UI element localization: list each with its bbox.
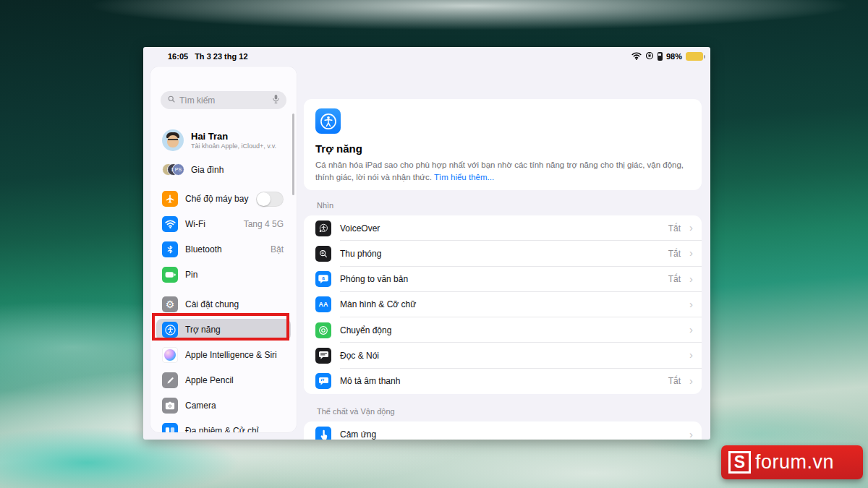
profile-name: Hai Tran (191, 131, 276, 142)
wifi-icon (162, 216, 178, 232)
sidebar-item-label: Camera (185, 401, 284, 411)
accessibility-app-icon (315, 108, 341, 134)
text-bubble-icon: a (315, 271, 331, 287)
chevron-right-icon: › (689, 429, 693, 440)
chevron-right-icon: › (689, 375, 693, 386)
learn-more-link[interactable]: Tìm hiểu thêm... (434, 173, 494, 181)
sidebar-item-label: Trợ năng (185, 325, 284, 335)
section-label-physical-motor: Thể chất và Vận động (317, 407, 395, 416)
row-label: VoiceOver (340, 223, 660, 234)
sidebar-item-label: Pin (185, 270, 284, 280)
physical-motor-settings-card: Cảm ứng › (304, 421, 702, 440)
airplane-icon (162, 191, 178, 207)
row-display-text-size[interactable]: AA Màn hình & Cỡ chữ › (304, 292, 702, 317)
row-label: Chuyển động (340, 325, 672, 335)
row-value: Tắt (668, 223, 681, 234)
sidebar-item-label: Apple Pencil (185, 375, 284, 385)
accessibility-pane: Trợ năng Cá nhân hóa iPad sao cho phù hợ… (304, 47, 702, 440)
wifi-network-value: Tang 4 5G (244, 219, 284, 229)
sforum-watermark: S forum.vn (721, 445, 863, 479)
multitask-icon (162, 423, 178, 432)
spoken-content-icon (315, 348, 331, 364)
row-label: Thu phóng (340, 249, 660, 259)
sidebar-item-battery[interactable]: Pin (156, 264, 291, 286)
touch-icon (315, 427, 331, 440)
sidebar-item-airplane-mode[interactable]: Chế độ máy bay (156, 188, 291, 210)
sidebar-item-family[interactable]: DPS Gia đình (156, 160, 291, 179)
sidebar-item-profile[interactable]: Hai Tran Tài khoản Apple, iCloud+, v.v. (156, 127, 291, 153)
siri-icon (162, 347, 178, 363)
settings-sidebar: Tìm kiếm Hai Tran Tài khoản Apple, iClou… (150, 67, 297, 432)
row-motion[interactable]: Chuyển động › (304, 317, 702, 343)
sidebar-item-general[interactable]: ⚙ Cài đặt chung (156, 294, 291, 315)
page-title: Trợ năng (315, 142, 690, 155)
accessibility-icon (162, 322, 178, 338)
sidebar-item-label: Gia đình (191, 165, 284, 175)
search-placeholder: Tìm kiếm (179, 95, 268, 106)
sidebar-scrollbar[interactable] (292, 114, 294, 195)
row-voiceover[interactable]: VoiceOver Tắt › (304, 215, 702, 241)
row-label: Đọc & Nói (340, 351, 672, 361)
chevron-right-icon: › (689, 324, 693, 335)
search-icon (167, 95, 176, 106)
row-touch[interactable]: Cảm ứng › (304, 421, 702, 440)
accessibility-header-card: Trợ năng Cá nhân hóa iPad sao cho phù hợ… (304, 99, 702, 190)
profile-subtitle: Tài khoản Apple, iCloud+, v.v. (191, 142, 276, 150)
row-zoom[interactable]: Thu phóng Tắt › (304, 241, 702, 266)
chevron-right-icon: › (689, 247, 693, 258)
search-input[interactable]: Tìm kiếm (161, 91, 286, 109)
row-label: Màn hình & Cỡ chữ (340, 299, 672, 309)
mic-icon[interactable] (272, 94, 280, 106)
chevron-right-icon: › (689, 222, 693, 233)
sidebar-item-wifi[interactable]: Wi-Fi Tang 4 5G (156, 213, 291, 235)
row-value: Tắt (668, 376, 681, 386)
row-label: Mô tả âm thanh (340, 376, 660, 386)
pencil-icon (162, 372, 178, 388)
airplane-mode-toggle[interactable] (256, 192, 284, 207)
sidebar-item-multitasking[interactable]: Đa nhiệm & Cử chỉ (156, 420, 291, 432)
row-label: Phóng to văn bản (340, 274, 660, 284)
sidebar-item-apple-intelligence-siri[interactable]: Apple Intelligence & Siri (156, 344, 291, 366)
chevron-right-icon: › (689, 299, 693, 309)
sidebar-item-label: Đa nhiệm & Cử chỉ (185, 426, 284, 432)
gear-icon: ⚙ (162, 296, 178, 312)
sforum-logo-text: forum.vn (755, 451, 834, 474)
sidebar-item-label: Bluetooth (185, 244, 263, 254)
audio-description-icon (315, 373, 331, 389)
ipad-settings-screenshot: 16:05 Th 3 23 thg 12 98% Tìm kiếm (143, 47, 710, 440)
row-spoken-content[interactable]: Đọc & Nói › (304, 343, 702, 368)
sidebar-item-camera[interactable]: Camera (156, 395, 291, 416)
battery-icon (162, 267, 178, 283)
motion-icon (315, 322, 331, 338)
sidebar-item-label: Chế độ máy bay (185, 194, 249, 204)
row-label: Cảm ứng (340, 429, 672, 440)
display-textsize-icon: AA (315, 296, 331, 312)
status-date: Th 3 23 thg 12 (195, 52, 247, 61)
sidebar-item-label: Apple Intelligence & Siri (185, 350, 284, 360)
sidebar-item-label: Cài đặt chung (185, 299, 284, 309)
sidebar-item-accessibility[interactable]: Trợ năng (156, 319, 291, 341)
bluetooth-icon (162, 241, 178, 257)
sidebar-item-label: Wi-Fi (185, 219, 237, 229)
family-avatars-icon: DPS (162, 163, 184, 177)
svg-text:a: a (322, 275, 325, 281)
row-audio-descriptions[interactable]: Mô tả âm thanh Tắt › (304, 369, 702, 394)
sforum-logo-icon: S (728, 451, 751, 474)
row-value: Tắt (668, 274, 681, 284)
row-larger-text[interactable]: a Phóng to văn bản Tắt › (304, 267, 702, 292)
camera-icon (162, 398, 178, 414)
avatar (162, 129, 184, 151)
voiceover-icon (315, 221, 331, 236)
sidebar-item-apple-pencil[interactable]: Apple Pencil (156, 369, 291, 391)
sidebar-item-bluetooth[interactable]: Bluetooth Bật (156, 239, 291, 260)
section-label-vision: Nhìn (317, 201, 333, 210)
row-value: Tắt (668, 249, 681, 259)
status-time: 16:05 (168, 52, 188, 61)
chevron-right-icon: › (689, 349, 693, 360)
zoom-icon (315, 246, 331, 262)
bluetooth-value: Bật (271, 244, 284, 254)
page-description: Cá nhân hóa iPad sao cho phù hợp nhất vớ… (315, 159, 690, 184)
chevron-right-icon: › (689, 273, 693, 284)
vision-settings-card: VoiceOver Tắt › Thu phóng Tắt › a Phóng … (304, 215, 702, 394)
